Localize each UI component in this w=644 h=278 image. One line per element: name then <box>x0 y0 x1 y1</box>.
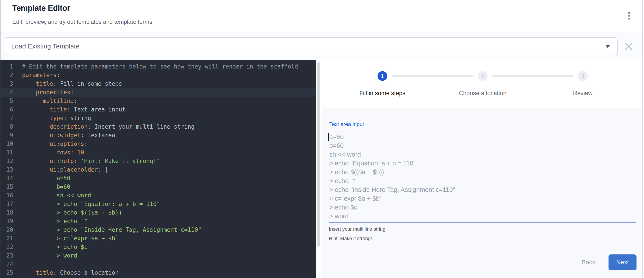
code-text: > echo $c <box>16 243 316 251</box>
code-line-25[interactable]: 25 - title: Choose a location <box>0 269 316 277</box>
select-placeholder-text: Load Existing Template <box>11 38 80 55</box>
page-subtitle: Edit, preview, and try out templates and… <box>12 18 152 25</box>
code-line-21[interactable]: 21 > c=`expr $a + $b` <box>0 234 316 243</box>
next-button[interactable]: Next <box>608 255 636 270</box>
line-number: 2 <box>0 71 16 79</box>
code-line-8[interactable]: 8 description: Insert your multi line st… <box>0 122 316 131</box>
code-line-9[interactable]: 9 ui:widget: textarea <box>0 131 316 140</box>
code-token: ui <box>50 158 56 164</box>
code-token: : <box>74 98 77 104</box>
more-options-button[interactable] <box>626 10 632 21</box>
code-token: # Edit the template parameters below to … <box>22 63 298 70</box>
line-number: 11 <box>0 148 16 157</box>
code-token: : <box>57 166 60 173</box>
code-line-4[interactable]: 4 properties: <box>0 88 316 97</box>
code-line-17[interactable]: 17 > echo "Equation: a + b = 110" <box>0 200 316 208</box>
code-line-24[interactable]: 24 <box>0 260 316 269</box>
back-button[interactable]: Back <box>580 259 598 266</box>
line-number: 21 <box>0 234 16 243</box>
code-token: ui <box>50 132 56 139</box>
code-line-22[interactable]: 22 > echo $c <box>0 243 316 251</box>
code-line-23[interactable]: 23 > word <box>0 251 316 260</box>
code-token: > echo $(($a + $b)) <box>22 209 122 216</box>
code-token: Text area input <box>74 106 126 113</box>
code-token: 10 <box>77 149 84 156</box>
textarea-placeholder-line: b=60 <box>329 141 636 150</box>
close-icon <box>624 42 633 51</box>
code-token: : <box>70 89 74 96</box>
code-token: title <box>36 270 53 276</box>
code-line-12[interactable]: 12 ui:help: 'Hint: Make it strong!' <box>0 157 316 165</box>
code-token: options <box>60 141 84 147</box>
line-number: 14 <box>0 174 16 183</box>
code-token: : <box>88 123 94 130</box>
code-text: properties: <box>16 88 316 97</box>
code-text: > word <box>16 251 316 260</box>
textarea-placeholder-line: > echo $(($a + $b)) <box>329 168 636 176</box>
clear-selection-button[interactable] <box>623 41 634 51</box>
code-token: widget <box>60 132 81 139</box>
wizard-actions: Back Next <box>580 255 636 270</box>
code-line-15[interactable]: 15 b=60 <box>0 183 316 191</box>
editor-scrollbar-thumb[interactable] <box>317 62 320 247</box>
code-line-18[interactable]: 18 > echo $(($a + $b)) <box>0 208 316 217</box>
line-number: 5 <box>0 97 16 105</box>
code-token <box>22 106 50 113</box>
code-token: : <box>57 158 60 164</box>
kebab-dot-icon <box>628 18 630 19</box>
code-token: : <box>98 166 105 173</box>
code-line-7[interactable]: 7 type: string <box>0 114 316 122</box>
code-token <box>22 166 50 173</box>
code-line-14[interactable]: 14 a=50 <box>0 174 316 183</box>
code-token: Insert your multi line string <box>94 123 194 130</box>
code-token: string <box>70 115 91 121</box>
code-token: Fill in some steps <box>60 80 122 87</box>
code-line-6[interactable]: 6 title: Text area input <box>0 105 316 114</box>
code-line-5[interactable]: 5 multiline: <box>0 97 316 105</box>
code-text: - title: Fill in some steps <box>16 79 316 88</box>
code-token: b=60 <box>22 184 70 190</box>
step-label-1: Fill in some steps <box>360 90 406 97</box>
code-line-2[interactable]: 2parameters: <box>0 71 316 79</box>
line-number: 19 <box>0 217 16 226</box>
code-line-13[interactable]: 13 ui:placeholder: | <box>0 165 316 174</box>
step-indicator-2: 2 <box>478 71 488 81</box>
code-line-16[interactable]: 16 sh << word <box>0 191 316 200</box>
code-line-10[interactable]: 10 ui:options: <box>0 140 316 148</box>
textarea-placeholder-line: > echo "Equation: a + b = 110" <box>329 159 636 168</box>
code-line-1[interactable]: 1# Edit the template parameters below to… <box>0 62 316 71</box>
code-token: multiline <box>43 98 74 104</box>
code-line-19[interactable]: 19 > echo "" <box>0 217 316 226</box>
textarea-placeholder-line: > echo $c <box>329 203 636 212</box>
code-token: description <box>50 123 88 130</box>
line-number: 20 <box>0 226 16 234</box>
line-number: 18 <box>0 208 16 217</box>
code-token: : <box>67 106 74 113</box>
code-token: : <box>57 72 60 78</box>
line-number: 22 <box>0 243 16 251</box>
code-line-11[interactable]: 11 rows: 10 <box>0 148 316 157</box>
line-number: 4 <box>0 88 16 97</box>
load-existing-template-select[interactable]: Load Existing Template <box>5 37 618 55</box>
textarea-placeholder-line: a=50 <box>329 132 636 141</box>
textarea-placeholder-line: > c=`expr $a + $b` <box>329 194 636 203</box>
code-token <box>22 98 43 104</box>
code-text <box>16 260 316 269</box>
template-selector-bar: Load Existing Template <box>0 32 642 61</box>
line-number: 1 <box>0 62 16 71</box>
line-number: 16 <box>0 191 16 200</box>
step-connector <box>392 76 474 76</box>
code-token: : <box>64 115 70 121</box>
code-token: title <box>36 80 53 87</box>
yaml-code-editor[interactable]: 1# Edit the template parameters below to… <box>0 60 316 278</box>
code-token: - <box>22 80 36 87</box>
code-line-20[interactable]: 20 > echo "Inside Here Tag, Assignment c… <box>0 226 316 234</box>
textarea-placeholder-line: sh << word <box>329 150 636 159</box>
code-token: : <box>57 141 60 147</box>
code-token: : <box>81 132 88 139</box>
code-token: type <box>50 115 64 121</box>
multiline-textarea[interactable]: a=50b=60sh << word> echo "Equation: a + … <box>329 132 636 221</box>
line-number: 6 <box>0 105 16 114</box>
code-line-3[interactable]: 3 - title: Fill in some steps <box>0 79 316 88</box>
code-text: > echo $(($a + $b)) <box>16 208 316 217</box>
